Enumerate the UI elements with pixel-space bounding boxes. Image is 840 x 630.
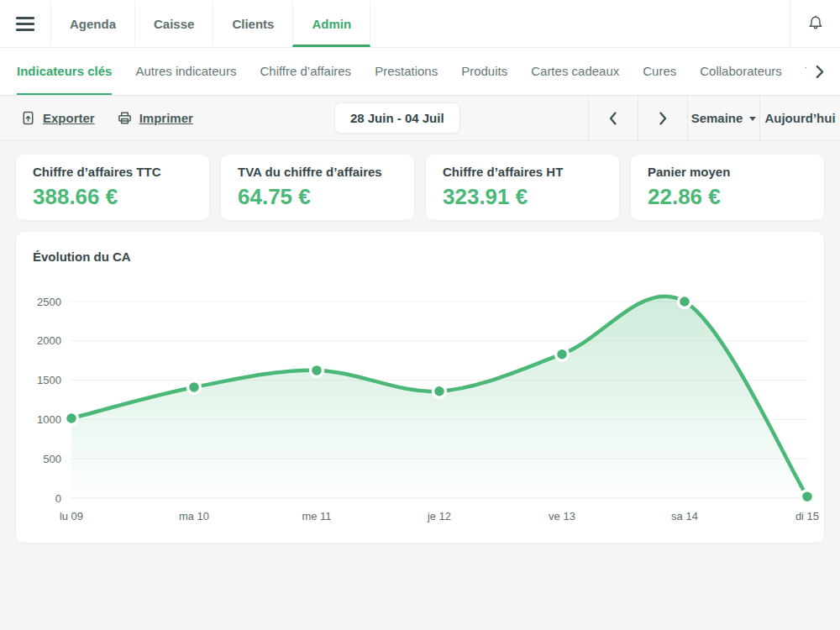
- subnav-item-prestations[interactable]: Prestations: [375, 48, 438, 95]
- period-select-value: Semaine: [691, 111, 743, 125]
- date-range-button[interactable]: 28 Juin - 04 Juil: [334, 102, 460, 134]
- subnav-list: Indicateurs clés Autres indicateurs Chif…: [17, 48, 806, 95]
- kpi-card-tva: TVA du chiffre d’affaires 64.75 €: [220, 154, 415, 221]
- export-label: Exporter: [43, 111, 95, 125]
- chevron-left-icon: [608, 111, 618, 126]
- svg-text:ma 10: ma 10: [179, 510, 209, 522]
- export-button[interactable]: Exporter: [20, 96, 95, 140]
- kpi-label: Chiffre d’affaires HT: [443, 165, 602, 180]
- kpi-value: 388.66 €: [33, 184, 192, 209]
- subnav-item-collaborateurs[interactable]: Collaborateurs: [700, 48, 782, 95]
- hamburger-menu-icon[interactable]: [0, 0, 50, 47]
- svg-text:me 11: me 11: [302, 510, 331, 522]
- kpi-card-ca-ht: Chiffre d’affaires HT 323.91 €: [425, 154, 620, 221]
- svg-text:500: 500: [43, 453, 61, 465]
- svg-text:2500: 2500: [37, 296, 61, 308]
- svg-text:lu 09: lu 09: [60, 510, 83, 522]
- subnav-item-cartes-cadeaux[interactable]: Cartes cadeaux: [531, 48, 619, 95]
- previous-period-button[interactable]: [588, 96, 638, 140]
- next-period-button[interactable]: [638, 96, 687, 140]
- export-file-icon: [20, 110, 36, 126]
- kpi-value: 64.75 €: [238, 184, 397, 209]
- kpi-row: Chiffre d’affaires TTC 388.66 € TVA du c…: [15, 154, 825, 221]
- chevron-right-icon: [658, 111, 668, 126]
- ca-evolution-line-chart: 05001000150020002500lu 09ma 10me 11je 12…: [16, 265, 824, 543]
- report-toolbar: Exporter Imprimer 28 Juin - 04 Juil Sema…: [0, 96, 840, 141]
- svg-text:1000: 1000: [37, 413, 61, 426]
- ca-evolution-chart-card: Évolution du CA 05001000150020002500lu 0…: [15, 231, 825, 543]
- bell-icon: [806, 14, 825, 33]
- kpi-label: Chiffre d’affaires TTC: [33, 165, 192, 180]
- kpi-value: 22.86 €: [648, 184, 807, 209]
- tab-caisse[interactable]: Caisse: [134, 0, 213, 47]
- tab-agenda[interactable]: Agenda: [50, 0, 134, 47]
- top-bar: Agenda Caisse Clients Admin: [0, 0, 840, 48]
- kpi-label: Panier moyen: [648, 165, 807, 180]
- kpi-value: 323.91 €: [443, 184, 602, 209]
- svg-text:di 15: di 15: [795, 510, 819, 522]
- subnav-item-produits[interactable]: Produits: [461, 48, 507, 95]
- notifications-button[interactable]: [790, 0, 840, 47]
- today-button[interactable]: Aujourd’hui: [759, 96, 840, 140]
- admin-subnav: Indicateurs clés Autres indicateurs Chif…: [0, 48, 840, 96]
- subnav-item-indicateurs-cles[interactable]: Indicateurs clés: [17, 48, 112, 95]
- svg-text:2000: 2000: [37, 334, 61, 347]
- svg-text:je 12: je 12: [427, 510, 451, 522]
- dashboard-content: Chiffre d’affaires TTC 388.66 € TVA du c…: [0, 141, 840, 543]
- chevron-right-icon: [815, 65, 825, 79]
- caret-down-icon: [749, 117, 756, 121]
- toolbar-right-controls: Semaine Aujourd’hui: [588, 96, 840, 140]
- print-label: Imprimer: [139, 111, 193, 125]
- kpi-label: TVA du chiffre d’affaires: [238, 165, 397, 180]
- svg-text:1500: 1500: [37, 374, 61, 386]
- svg-text:0: 0: [55, 492, 61, 505]
- kpi-card-panier-moyen: Panier moyen 22.86 €: [630, 154, 825, 221]
- chart-title: Évolution du CA: [33, 249, 131, 264]
- subnav-item-autres-indicateurs[interactable]: Autres indicateurs: [135, 48, 236, 95]
- kpi-card-ca-ttc: Chiffre d’affaires TTC 388.66 €: [15, 154, 210, 221]
- subnav-scroll-right-button[interactable]: [806, 48, 830, 95]
- svg-text:sa 14: sa 14: [671, 510, 698, 522]
- tab-clients[interactable]: Clients: [213, 0, 292, 47]
- tab-admin[interactable]: Admin: [292, 0, 370, 47]
- subnav-item-cures[interactable]: Cures: [643, 48, 676, 95]
- svg-text:ve 13: ve 13: [549, 510, 575, 522]
- print-button[interactable]: Imprimer: [117, 96, 193, 140]
- printer-icon: [117, 110, 133, 126]
- topbar-spacer: [370, 0, 790, 47]
- subnav-item-chiffre-daffaires[interactable]: Chiffre d’affaires: [260, 48, 351, 95]
- period-select-dropdown[interactable]: Semaine: [687, 96, 759, 140]
